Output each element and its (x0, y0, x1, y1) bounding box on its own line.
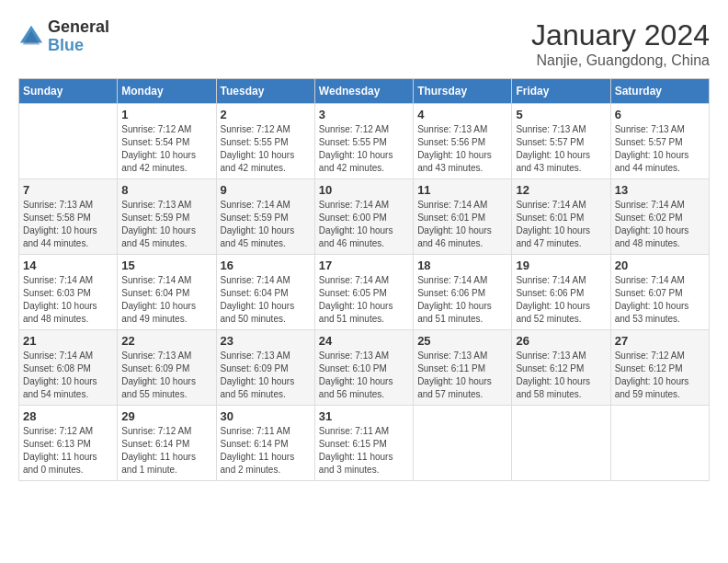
calendar-cell: 23Sunrise: 7:13 AMSunset: 6:09 PMDayligh… (216, 330, 314, 406)
calendar-cell: 6Sunrise: 7:13 AMSunset: 5:57 PMDaylight… (610, 104, 709, 179)
day-info: Sunrise: 7:13 AMSunset: 6:11 PMDaylight:… (417, 350, 507, 401)
day-info: Sunrise: 7:14 AMSunset: 6:01 PMDaylight:… (417, 199, 507, 250)
day-number: 13 (615, 183, 705, 197)
location: Nanjie, Guangdong, China (531, 52, 710, 69)
day-number: 1 (121, 108, 211, 121)
day-number: 8 (121, 183, 211, 197)
day-number: 17 (319, 259, 409, 272)
day-number: 20 (615, 259, 705, 272)
day-number: 15 (121, 259, 211, 272)
calendar-cell: 27Sunrise: 7:12 AMSunset: 6:12 PMDayligh… (610, 330, 709, 406)
calendar-cell (19, 104, 118, 179)
day-number: 14 (23, 259, 113, 272)
calendar-week-1: 1Sunrise: 7:12 AMSunset: 5:54 PMDaylight… (19, 104, 710, 179)
calendar-cell: 10Sunrise: 7:14 AMSunset: 6:00 PMDayligh… (314, 179, 413, 255)
day-number: 31 (319, 409, 409, 423)
page-header: General Blue January 2024 Nanjie, Guangd… (18, 18, 710, 69)
calendar-cell: 17Sunrise: 7:14 AMSunset: 6:05 PMDayligh… (314, 255, 413, 330)
day-info: Sunrise: 7:11 AMSunset: 6:15 PMDaylight:… (319, 425, 409, 477)
calendar-cell: 22Sunrise: 7:13 AMSunset: 6:09 PMDayligh… (118, 330, 216, 406)
day-info: Sunrise: 7:11 AMSunset: 6:14 PMDaylight:… (221, 425, 311, 477)
day-info: Sunrise: 7:13 AMSunset: 6:12 PMDaylight:… (516, 350, 606, 401)
day-number: 4 (417, 108, 507, 121)
calendar-cell: 1Sunrise: 7:12 AMSunset: 5:54 PMDaylight… (118, 104, 216, 179)
calendar-header: SundayMondayTuesdayWednesdayThursdayFrid… (19, 79, 710, 104)
calendar-cell: 26Sunrise: 7:13 AMSunset: 6:12 PMDayligh… (512, 330, 610, 406)
day-number: 10 (319, 183, 409, 197)
day-info: Sunrise: 7:14 AMSunset: 6:00 PMDaylight:… (319, 199, 409, 250)
calendar-cell: 14Sunrise: 7:14 AMSunset: 6:03 PMDayligh… (19, 255, 118, 330)
day-info: Sunrise: 7:12 AMSunset: 5:55 PMDaylight:… (221, 123, 311, 175)
day-info: Sunrise: 7:12 AMSunset: 6:13 PMDaylight:… (23, 425, 113, 477)
calendar-week-3: 14Sunrise: 7:14 AMSunset: 6:03 PMDayligh… (19, 255, 710, 330)
day-info: Sunrise: 7:14 AMSunset: 6:01 PMDaylight:… (516, 199, 606, 250)
day-info: Sunrise: 7:13 AMSunset: 6:09 PMDaylight:… (221, 350, 311, 401)
day-info: Sunrise: 7:14 AMSunset: 6:08 PMDaylight:… (23, 350, 113, 401)
day-number: 18 (417, 259, 507, 272)
day-number: 11 (417, 183, 507, 197)
calendar-cell: 3Sunrise: 7:12 AMSunset: 5:55 PMDaylight… (314, 104, 413, 179)
header-cell-monday: Monday (118, 79, 216, 104)
day-number: 25 (417, 334, 507, 348)
title-block: January 2024 Nanjie, Guangdong, China (531, 18, 710, 69)
day-info: Sunrise: 7:14 AMSunset: 6:02 PMDaylight:… (615, 199, 705, 250)
day-info: Sunrise: 7:13 AMSunset: 6:10 PMDaylight:… (319, 350, 409, 401)
day-number: 27 (615, 334, 705, 348)
calendar-cell (512, 406, 610, 481)
day-info: Sunrise: 7:14 AMSunset: 6:06 PMDaylight:… (516, 274, 606, 326)
calendar-cell: 20Sunrise: 7:14 AMSunset: 6:07 PMDayligh… (610, 255, 709, 330)
day-info: Sunrise: 7:12 AMSunset: 5:54 PMDaylight:… (121, 123, 211, 175)
calendar-cell: 28Sunrise: 7:12 AMSunset: 6:13 PMDayligh… (19, 406, 118, 481)
calendar-cell: 29Sunrise: 7:12 AMSunset: 6:14 PMDayligh… (118, 406, 216, 481)
calendar-cell: 8Sunrise: 7:13 AMSunset: 5:59 PMDaylight… (118, 179, 216, 255)
day-number: 22 (121, 334, 211, 348)
header-cell-thursday: Thursday (414, 79, 512, 104)
calendar-cell: 12Sunrise: 7:14 AMSunset: 6:01 PMDayligh… (512, 179, 610, 255)
header-cell-sunday: Sunday (19, 79, 118, 104)
logo: General Blue (18, 18, 109, 55)
header-cell-wednesday: Wednesday (314, 79, 413, 104)
day-number: 9 (221, 183, 311, 197)
day-info: Sunrise: 7:14 AMSunset: 6:06 PMDaylight:… (417, 274, 507, 326)
day-number: 23 (221, 334, 311, 348)
logo-line1: General (48, 18, 109, 37)
day-number: 26 (516, 334, 606, 348)
calendar-week-5: 28Sunrise: 7:12 AMSunset: 6:13 PMDayligh… (19, 406, 710, 481)
calendar-cell (414, 406, 512, 481)
day-number: 12 (516, 183, 606, 197)
day-info: Sunrise: 7:14 AMSunset: 6:04 PMDaylight:… (121, 274, 211, 326)
logo-icon (18, 24, 44, 50)
calendar-cell: 2Sunrise: 7:12 AMSunset: 5:55 PMDaylight… (216, 104, 314, 179)
day-info: Sunrise: 7:13 AMSunset: 5:57 PMDaylight:… (516, 123, 606, 175)
calendar-cell: 25Sunrise: 7:13 AMSunset: 6:11 PMDayligh… (414, 330, 512, 406)
day-number: 29 (121, 409, 211, 423)
calendar-cell: 9Sunrise: 7:14 AMSunset: 5:59 PMDaylight… (216, 179, 314, 255)
day-info: Sunrise: 7:14 AMSunset: 6:03 PMDaylight:… (23, 274, 113, 326)
day-number: 30 (221, 409, 311, 423)
calendar-body: 1Sunrise: 7:12 AMSunset: 5:54 PMDaylight… (19, 104, 710, 481)
calendar-cell: 31Sunrise: 7:11 AMSunset: 6:15 PMDayligh… (314, 406, 413, 481)
day-number: 6 (615, 108, 705, 121)
day-number: 2 (221, 108, 311, 121)
calendar-week-4: 21Sunrise: 7:14 AMSunset: 6:08 PMDayligh… (19, 330, 710, 406)
day-number: 24 (319, 334, 409, 348)
day-number: 19 (516, 259, 606, 272)
header-cell-saturday: Saturday (610, 79, 709, 104)
calendar-cell: 15Sunrise: 7:14 AMSunset: 6:04 PMDayligh… (118, 255, 216, 330)
logo-line2: Blue (48, 37, 109, 55)
day-number: 7 (23, 183, 113, 197)
day-info: Sunrise: 7:13 AMSunset: 5:58 PMDaylight:… (23, 199, 113, 250)
calendar-cell: 21Sunrise: 7:14 AMSunset: 6:08 PMDayligh… (19, 330, 118, 406)
month-title: January 2024 (531, 18, 710, 52)
calendar-cell: 4Sunrise: 7:13 AMSunset: 5:56 PMDaylight… (414, 104, 512, 179)
day-info: Sunrise: 7:12 AMSunset: 5:55 PMDaylight:… (319, 123, 409, 175)
day-info: Sunrise: 7:13 AMSunset: 5:57 PMDaylight:… (615, 123, 705, 175)
calendar-cell: 18Sunrise: 7:14 AMSunset: 6:06 PMDayligh… (414, 255, 512, 330)
day-info: Sunrise: 7:13 AMSunset: 6:09 PMDaylight:… (121, 350, 211, 401)
calendar-cell: 24Sunrise: 7:13 AMSunset: 6:10 PMDayligh… (314, 330, 413, 406)
day-number: 5 (516, 108, 606, 121)
calendar-week-2: 7Sunrise: 7:13 AMSunset: 5:58 PMDaylight… (19, 179, 710, 255)
calendar-cell: 11Sunrise: 7:14 AMSunset: 6:01 PMDayligh… (414, 179, 512, 255)
calendar-cell: 5Sunrise: 7:13 AMSunset: 5:57 PMDaylight… (512, 104, 610, 179)
calendar-cell: 7Sunrise: 7:13 AMSunset: 5:58 PMDaylight… (19, 179, 118, 255)
